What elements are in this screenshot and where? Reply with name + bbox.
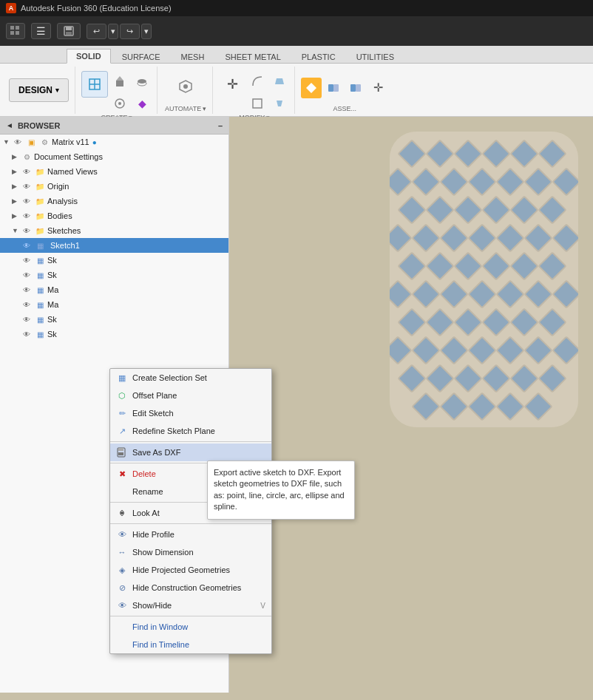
eye-icon-sketch1[interactable]: 👁 — [21, 239, 33, 251]
label-root: Matrix v11 — [52, 137, 89, 146]
expand-arrow-doc[interactable]: ▶ — [12, 153, 21, 160]
eye-icon-origin[interactable]: 👁 — [21, 180, 33, 192]
eye-icon-views[interactable]: 👁 — [21, 166, 33, 177]
ctx-show-dimension[interactable]: ↔ Show Dimension — [110, 543, 271, 561]
ctx-label-edit-sketch: Edit Sketch — [132, 409, 174, 418]
eye-icon-root[interactable]: 👁 — [12, 136, 24, 148]
assemble-button3[interactable] — [345, 78, 366, 98]
undo-button[interactable]: ↩ — [87, 24, 106, 39]
eye-icon-ma1[interactable]: 👁 — [21, 284, 33, 296]
tree-item-sketches[interactable]: ▼ 👁 📁 Sketches — [0, 223, 228, 238]
draft-button[interactable] — [269, 93, 290, 114]
browser-header: ◄ BROWSER – — [0, 117, 228, 135]
svg-rect-20 — [350, 84, 356, 92]
eye-icon-sk4[interactable]: 👁 — [21, 313, 33, 325]
redo-dropdown-button[interactable]: ▾ — [141, 24, 152, 39]
ctx-label-save-as-dxf: Save As DXF — [132, 448, 180, 457]
sketch-icon-sk2: ▦ — [34, 254, 46, 266]
ctx-find-window[interactable]: Find in Window — [110, 618, 271, 636]
svg-rect-3 — [16, 31, 19, 35]
tree-item-bodies[interactable]: ▶ 👁 📁 Bodies — [0, 208, 228, 223]
ctx-redefine-sketch[interactable]: ↗ Redefine Sketch Plane — [110, 422, 271, 440]
tree-item-named-views[interactable]: ▶ 👁 📁 Named Views — [0, 164, 228, 179]
expand-arrow-sketches[interactable]: ▼ — [12, 227, 21, 234]
expand-arrow-origin[interactable]: ▶ — [12, 183, 21, 190]
eye-icon-sk2[interactable]: 👁 — [21, 254, 33, 266]
tab-sheet-metal[interactable]: SHEET METAL — [215, 50, 290, 64]
redo-button[interactable]: ↪ — [120, 24, 140, 39]
grid-menu-button[interactable] — [6, 23, 25, 39]
label-sk3: Sk — [47, 271, 57, 279]
ctx-label-find-timeline: Find in Timeline — [132, 640, 189, 649]
expand-arrow-bodies[interactable]: ▶ — [12, 212, 21, 220]
tree-item-sk5[interactable]: 👁 ▦ Sk — [0, 327, 228, 341]
ctx-offset-plane[interactable]: ⬡ Offset Plane — [110, 387, 271, 404]
tree-item-ma1[interactable]: 👁 ▦ Ma — [0, 282, 228, 297]
tree-item-root[interactable]: ▼ 👁 ▣ ⚙ Matrix v11 ● — [0, 135, 228, 149]
ctx-find-timeline[interactable]: Find in Timeline — [110, 636, 271, 653]
look-at-icon — [116, 507, 128, 519]
thread-button[interactable]: ◆ — [132, 93, 152, 114]
menu-button[interactable]: ☰ — [31, 23, 51, 39]
sketch-icon-sketch1: ▦ — [34, 239, 46, 251]
tree-item-sk3[interactable]: 👁 ▦ Sk — [0, 268, 228, 282]
expand-arrow-root[interactable]: ▼ — [3, 138, 12, 146]
fillet-button[interactable] — [247, 71, 268, 92]
save-as-dxf-icon — [116, 446, 128, 458]
tree-item-origin[interactable]: ▶ 👁 📁 Origin — [0, 179, 228, 194]
ctx-edit-sketch[interactable]: ✏ Edit Sketch — [110, 404, 271, 422]
tree-item-sketch1[interactable]: 👁 ▦ Sketch1 — [0, 238, 228, 253]
new-component-button[interactable] — [81, 71, 108, 98]
ctx-sep5 — [110, 616, 271, 616]
eye-icon-sk5[interactable]: 👁 — [21, 328, 33, 340]
assemble-button1[interactable] — [301, 78, 322, 98]
revolve-button[interactable] — [109, 93, 130, 114]
tree-item-sk2[interactable]: 👁 ▦ Sk — [0, 253, 228, 268]
tab-utilities[interactable]: UTILITIES — [347, 50, 404, 64]
tab-mesh[interactable]: MESH — [172, 50, 214, 64]
svg-marker-11 — [116, 76, 123, 81]
move-button[interactable]: ✛ — [219, 71, 245, 98]
move-all-button[interactable]: ✛ — [367, 78, 388, 98]
hide-construction-icon: ⊘ — [116, 582, 128, 594]
expand-arrow-views[interactable]: ▶ — [12, 168, 21, 175]
app-icon: A — [6, 3, 16, 13]
eye-icon-bodies[interactable]: 👁 — [21, 210, 33, 222]
automate-label: AUTOMATE — [165, 105, 201, 112]
ctx-hide-profile[interactable]: 👁 Hide Profile — [110, 526, 271, 543]
undo-dropdown-button[interactable]: ▾ — [108, 24, 118, 39]
find-window-icon — [116, 621, 128, 633]
tree-item-sk4[interactable]: 👁 ▦ Sk — [0, 312, 228, 327]
ctx-show-hide[interactable]: 👁 Show/Hide V — [110, 597, 271, 614]
ctx-save-as-dxf[interactable]: Save As DXF — [110, 444, 271, 461]
save-button[interactable] — [57, 23, 81, 39]
extrude-button[interactable] — [109, 71, 130, 92]
tree-item-analysis[interactable]: ▶ 👁 📁 Analysis — [0, 194, 228, 208]
tree-item-ma2[interactable]: 👁 ▦ Ma — [0, 297, 228, 312]
eye-icon-ma2[interactable]: 👁 — [21, 299, 33, 310]
hole-button[interactable] — [132, 71, 152, 92]
svg-rect-0 — [10, 26, 14, 30]
svg-point-25 — [121, 512, 123, 514]
tab-plastic[interactable]: PLASTIC — [292, 50, 345, 64]
folder-icon-views: 📁 — [34, 166, 46, 177]
eye-icon-sk3[interactable]: 👁 — [21, 269, 33, 281]
shell-button[interactable] — [269, 71, 290, 92]
assemble-button2[interactable] — [323, 78, 344, 98]
eye-icon-analysis[interactable]: 👁 — [21, 195, 33, 207]
tree-item-doc-settings[interactable]: ▶ ⚙ Document Settings — [0, 149, 228, 164]
expand-arrow-analysis[interactable]: ▶ — [12, 197, 21, 205]
chamfer-button[interactable] — [247, 93, 268, 114]
sketch-icon-ma1: ▦ — [34, 284, 46, 296]
automate-button[interactable] — [172, 73, 199, 100]
hide-projected-icon: ◈ — [116, 564, 128, 576]
design-dropdown-button[interactable]: DESIGN ▾ — [9, 78, 69, 102]
ctx-hide-construction[interactable]: ⊘ Hide Construction Geometries — [110, 579, 271, 597]
browser-collapse-icon[interactable]: – — [218, 121, 223, 130]
tab-surface[interactable]: SURFACE — [112, 50, 170, 64]
canvas-area[interactable] — [229, 117, 593, 693]
ctx-hide-projected[interactable]: ◈ Hide Projected Geometries — [110, 561, 271, 579]
eye-icon-sketches[interactable]: 👁 — [21, 225, 33, 237]
tab-solid[interactable]: SOLID — [67, 49, 111, 64]
ctx-create-selection-set[interactable]: ▦ Create Selection Set — [110, 369, 271, 387]
